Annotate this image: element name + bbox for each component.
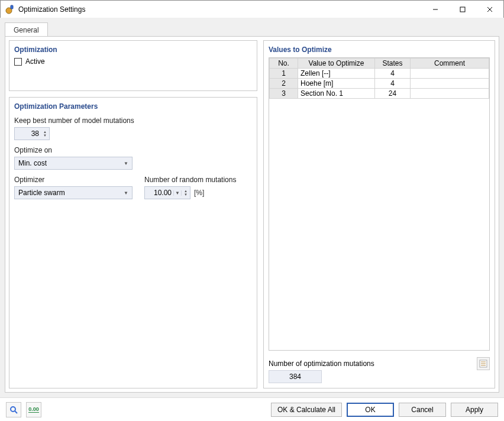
cell-value[interactable]: Hoehe [m]	[298, 79, 375, 89]
optimizer-label: Optimizer	[14, 176, 133, 184]
optimize-on-select[interactable]: Min. cost ▼	[14, 157, 133, 170]
rand-mut-value: 10.00	[145, 189, 173, 197]
panel-params: Optimization Parameters Keep best number…	[9, 97, 257, 388]
col-states[interactable]: States	[375, 59, 411, 69]
rand-mut-stepper[interactable]: 10.00 ▼ ▲▼	[144, 186, 190, 199]
cell-no: 1	[270, 69, 298, 79]
checkbox-box-icon	[14, 58, 22, 66]
bottom-bar: 0.00 OK & Calculate All OK Cancel Apply	[0, 397, 504, 421]
cell-comment[interactable]	[411, 89, 489, 99]
table-row[interactable]: 3 Section No. 1 24	[270, 89, 489, 99]
cell-states[interactable]: 4	[375, 79, 411, 89]
panel-title-params: Optimization Parameters	[14, 102, 252, 111]
units-button[interactable]: 0.00	[26, 402, 41, 417]
optimizer-select[interactable]: Particle swarm ▼	[14, 186, 133, 199]
svg-rect-1	[11, 5, 13, 9]
window-buttons	[422, 1, 503, 18]
grid-header-row: No. Value to Optimize States Comment	[270, 59, 489, 69]
list-icon	[479, 360, 487, 368]
chevron-down-icon: ▼	[124, 190, 128, 196]
panel-title-optimization: Optimization	[14, 46, 252, 54]
panel-title-values: Values to Optimize	[269, 46, 490, 54]
values-grid[interactable]: No. Value to Optimize States Comment 1 Z…	[269, 57, 490, 351]
cell-comment[interactable]	[411, 69, 489, 79]
svg-point-10	[11, 407, 15, 412]
svg-line-11	[15, 411, 17, 413]
right-column: Values to Optimize No. Value to Optimize…	[263, 40, 495, 388]
maximize-button[interactable]	[449, 1, 476, 18]
stepper-arrows-icon: ▲▼	[182, 189, 190, 196]
col-comment[interactable]: Comment	[411, 59, 489, 69]
minimize-button[interactable]	[422, 1, 449, 18]
keep-best-stepper[interactable]: 38 ▲▼	[14, 127, 50, 140]
cell-states[interactable]: 4	[375, 69, 411, 79]
svg-rect-3	[460, 7, 465, 12]
table-row[interactable]: 2 Hoehe [m] 4	[270, 79, 489, 89]
panel-optimization: Optimization Active	[9, 40, 257, 91]
opt-count-value: 384	[269, 370, 322, 383]
units-icon-text: 0.00	[28, 406, 39, 413]
help-button[interactable]	[6, 402, 21, 417]
cell-value[interactable]: Zellen [--]	[298, 69, 375, 79]
col-value[interactable]: Value to Optimize	[298, 59, 375, 69]
cell-value[interactable]: Section No. 1	[298, 89, 375, 99]
active-checkbox[interactable]: Active	[14, 57, 252, 66]
cell-no: 3	[270, 89, 298, 99]
chevron-down-icon: ▼	[173, 190, 182, 196]
rand-mut-unit: [%]	[194, 189, 204, 197]
apply-button[interactable]: Apply	[451, 403, 498, 417]
tab-page-general: Optimization Active Optimization Paramet…	[5, 36, 499, 393]
magnifier-icon	[9, 406, 18, 414]
optimize-on-label: Optimize on	[14, 146, 252, 154]
table-row[interactable]: 1 Zellen [--] 4	[270, 69, 489, 79]
tab-general[interactable]: General	[5, 22, 48, 37]
keep-best-label: Keep best number of model mutations	[14, 116, 252, 125]
tabs: General	[5, 22, 499, 37]
cell-comment[interactable]	[411, 79, 489, 89]
ok-button[interactable]: OK	[347, 403, 394, 417]
app-icon	[5, 5, 15, 14]
cancel-button[interactable]: Cancel	[399, 403, 446, 417]
cell-states[interactable]: 24	[375, 89, 411, 99]
rand-mut-label: Number of random mutations	[144, 176, 236, 184]
window-title: Optimization Settings	[18, 5, 422, 14]
opt-count-label: Number of optimization mutations	[269, 360, 374, 368]
optimize-on-value: Min. cost	[18, 159, 47, 167]
close-button[interactable]	[476, 1, 503, 18]
titlebar: Optimization Settings	[1, 1, 503, 18]
chevron-down-icon: ▼	[124, 161, 128, 166]
left-column: Optimization Active Optimization Paramet…	[9, 40, 257, 388]
ok-calculate-all-button[interactable]: OK & Calculate All	[271, 403, 342, 417]
client-area: General Optimization Active Optimization…	[0, 18, 504, 397]
active-label: Active	[25, 57, 45, 66]
keep-best-value: 38	[15, 129, 41, 138]
panel-values: Values to Optimize No. Value to Optimize…	[263, 40, 495, 388]
col-no[interactable]: No.	[270, 59, 298, 69]
grid-empty-area	[269, 99, 489, 350]
edit-list-button[interactable]	[477, 357, 490, 370]
optimizer-value: Particle swarm	[18, 189, 65, 197]
cell-no: 2	[270, 79, 298, 89]
stepper-arrows-icon: ▲▼	[41, 130, 49, 137]
